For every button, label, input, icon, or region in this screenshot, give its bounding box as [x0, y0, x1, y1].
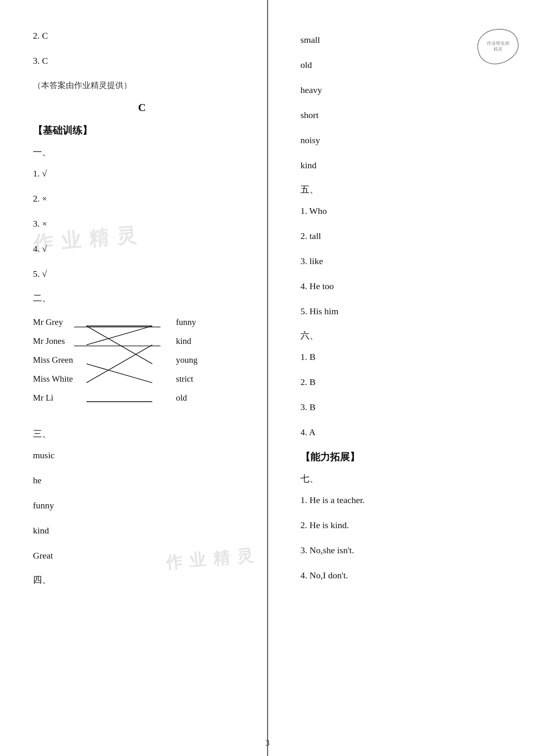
yi-1: 1. √	[33, 167, 251, 180]
section-qi-label: 七、	[300, 473, 519, 485]
match-funny: funny	[176, 313, 198, 332]
right-short: short	[300, 108, 519, 122]
bold-c: C	[33, 100, 251, 116]
liu-3: 3. B	[300, 400, 519, 414]
stamp-area: 作业帮名师 精灵	[477, 29, 523, 66]
wu-1: 1. Who	[300, 204, 519, 218]
match-mr-jones: Mr Jones	[33, 332, 73, 350]
yi-3: 3. ×	[33, 217, 251, 230]
qi-1: 1. He is a teacher.	[300, 493, 519, 507]
san-great: Great	[33, 549, 251, 562]
yi-2: 2. ×	[33, 192, 251, 205]
note-text: （本答案由作业精灵提供）	[33, 79, 251, 91]
wu-2: 2. tall	[300, 229, 519, 243]
match-mr-grey: Mr Grey	[33, 313, 73, 332]
san-kind: kind	[33, 524, 251, 537]
right-column: 作业帮名师 精灵 small old heavy short noisy kin…	[268, 16, 535, 740]
qi-3: 3. No,she isn't.	[300, 543, 519, 557]
svg-line-6	[86, 345, 152, 383]
svg-line-4	[86, 326, 152, 345]
right-noisy: noisy	[300, 133, 519, 147]
yi-5: 5. √	[33, 267, 251, 281]
item-2c: 2. C	[33, 29, 251, 42]
qi-4: 4. No,I don't.	[300, 568, 519, 582]
right-kind: kind	[300, 158, 519, 172]
match-old: old	[176, 388, 198, 407]
yi-4: 4. √	[33, 242, 251, 255]
match-miss-white: Miss White	[33, 369, 73, 388]
stamp-text: 作业帮名师 精灵	[487, 40, 509, 52]
svg-line-5	[86, 364, 152, 383]
liu-4: 4. A	[300, 425, 519, 439]
section-er-label: 二、	[33, 292, 251, 304]
qi-2: 2. He is kind.	[300, 518, 519, 532]
left-column: 2. C 3. C （本答案由作业精灵提供） C 【基础训练】 一、 1. √ …	[0, 16, 268, 740]
wu-4: 4. He too	[300, 279, 519, 293]
match-young: young	[176, 350, 198, 369]
item-3c: 3. C	[33, 54, 251, 67]
matching-section: Mr Grey Mr Jones Miss Green Miss White M…	[33, 313, 251, 420]
match-kind: kind	[176, 332, 198, 350]
page: 2. C 3. C （本答案由作业精灵提供） C 【基础训练】 一、 1. √ …	[0, 0, 535, 756]
san-music: music	[33, 448, 251, 462]
liu-2: 2. B	[300, 375, 519, 389]
matching-left-names: Mr Grey Mr Jones Miss Green Miss White M…	[33, 313, 73, 407]
liu-1: 1. B	[300, 350, 519, 364]
section-nenglituozhan: 【能力拓展】	[300, 450, 519, 464]
section-yi-label: 一、	[33, 146, 251, 158]
san-he: he	[33, 473, 251, 487]
page-number: 3	[265, 738, 270, 748]
match-mr-li: Mr Li	[33, 388, 73, 407]
section-wu-label: 五、	[300, 183, 519, 196]
right-heavy: heavy	[300, 83, 519, 97]
section-si-label: 四、	[33, 574, 251, 586]
section-san-label: 三、	[33, 428, 251, 440]
matching-wrapper: Mr Grey Mr Jones Miss Green Miss White M…	[33, 313, 198, 420]
wu-3: 3. like	[300, 254, 519, 268]
section-liu-label: 六、	[300, 329, 519, 342]
wu-5: 5. His him	[300, 304, 519, 318]
match-miss-green: Miss Green	[33, 350, 73, 369]
matching-right-adjectives: funny kind young strict old	[176, 313, 198, 407]
stamp-circle: 作业帮名师 精灵	[474, 24, 523, 69]
section-jichuxunlian: 【基础训练】	[33, 124, 251, 137]
match-strict: strict	[176, 369, 198, 388]
svg-line-3	[86, 326, 152, 364]
san-funny: funny	[33, 499, 251, 512]
